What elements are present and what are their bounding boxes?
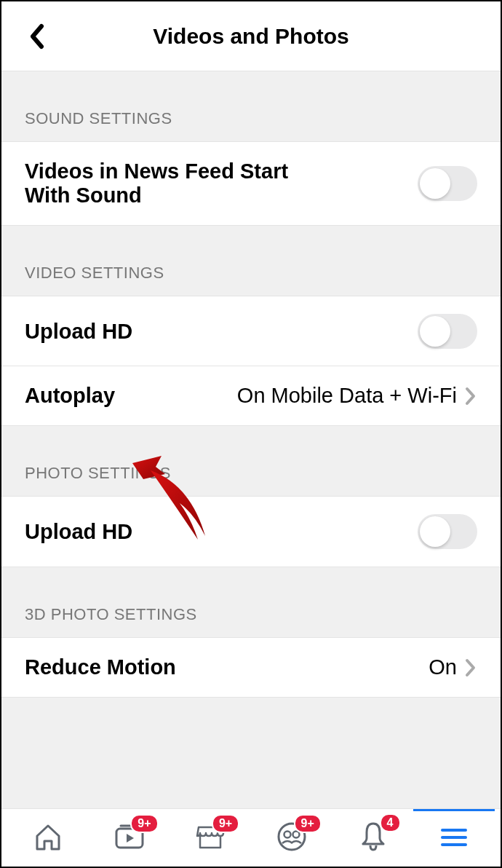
- tab-menu[interactable]: [413, 809, 495, 867]
- badge-notifications: 4: [380, 813, 401, 832]
- row-video-upload-hd[interactable]: Upload HD: [1, 296, 501, 366]
- row-label: Upload HD: [25, 520, 132, 544]
- tab-groups[interactable]: 9+: [251, 809, 332, 867]
- chevron-right-icon: [464, 386, 477, 406]
- toggle-photo-upload-hd[interactable]: [418, 514, 477, 549]
- chevron-right-icon: [464, 658, 477, 678]
- row-reduce-motion[interactable]: Reduce Motion On: [1, 637, 501, 698]
- tab-watch[interactable]: 9+: [89, 809, 170, 867]
- row-photo-upload-hd[interactable]: Upload HD: [1, 496, 501, 567]
- badge-marketplace: 9+: [212, 814, 239, 833]
- tab-marketplace[interactable]: 9+: [170, 809, 251, 867]
- tab-home[interactable]: [7, 809, 89, 867]
- row-label: Reduce Motion: [25, 655, 176, 679]
- menu-icon: [439, 826, 469, 849]
- badge-groups: 9+: [294, 814, 322, 833]
- row-value-reduce-motion: On: [429, 655, 457, 679]
- toggle-knob: [420, 316, 450, 347]
- settings-content: SOUND SETTINGS Videos in News Feed Start…: [1, 71, 501, 808]
- header: Videos and Photos: [1, 1, 501, 71]
- section-header-3d-photo: 3D PHOTO SETTINGS: [1, 567, 501, 637]
- toggle-video-upload-hd[interactable]: [418, 314, 477, 349]
- section-header-sound: SOUND SETTINGS: [1, 71, 501, 141]
- badge-watch: 9+: [130, 814, 158, 833]
- toggle-knob: [420, 516, 450, 547]
- back-button[interactable]: [22, 22, 51, 51]
- row-value-autoplay: On Mobile Data + Wi-Fi: [237, 384, 457, 408]
- section-header-photo: PHOTO SETTINGS: [1, 426, 501, 496]
- section-header-video: VIDEO SETTINGS: [1, 226, 501, 296]
- row-label: Autoplay: [25, 384, 115, 408]
- row-videos-start-with-sound[interactable]: Videos in News Feed Start With Sound: [1, 141, 501, 226]
- tab-notifications[interactable]: 4: [332, 809, 414, 867]
- row-label: Upload HD: [25, 320, 132, 344]
- page-title: Videos and Photos: [1, 24, 501, 49]
- row-label: Videos in News Feed Start With Sound: [25, 159, 330, 208]
- toggle-videos-sound[interactable]: [418, 166, 477, 201]
- home-icon: [33, 821, 63, 852]
- svg-point-2: [284, 831, 290, 837]
- tab-bar: 9+ 9+ 9+ 4: [1, 808, 501, 867]
- chevron-left-icon: [28, 23, 44, 50]
- row-autoplay[interactable]: Autoplay On Mobile Data + Wi-Fi: [1, 366, 501, 426]
- toggle-knob: [420, 168, 450, 199]
